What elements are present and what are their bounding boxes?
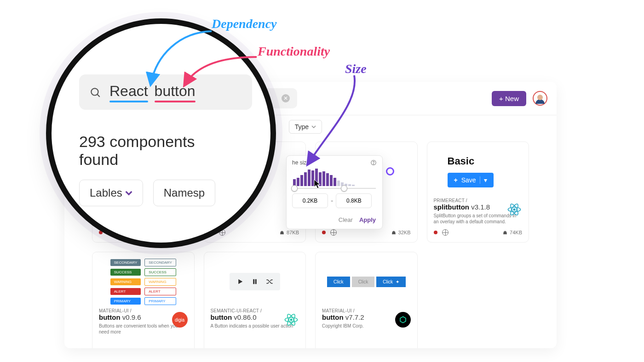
preview-click-button: Click ✦ bbox=[376, 277, 405, 287]
brand-badge bbox=[506, 202, 522, 217]
chevron-down-icon bbox=[125, 189, 132, 197]
svg-point-6 bbox=[513, 208, 515, 210]
annotation-functionality: Functionality bbox=[258, 44, 330, 59]
filter-labels[interactable]: Lables bbox=[79, 180, 143, 206]
svg-point-11 bbox=[91, 88, 98, 95]
preview-pill: ALERT bbox=[144, 288, 176, 295]
preview-click-button: Click bbox=[327, 277, 350, 287]
component-card[interactable]: SEMANTIC-UI-REACT / button v0.86.0 A But… bbox=[204, 252, 306, 348]
preview-ring-icon bbox=[386, 167, 394, 175]
preview-pill: SECONDARY bbox=[110, 259, 141, 266]
size-max-input[interactable] bbox=[336, 193, 372, 208]
play-icon bbox=[236, 277, 244, 286]
preview-pill: WARNING bbox=[144, 278, 176, 286]
card-meta: 74KB bbox=[434, 225, 523, 236]
preview-pill: PRIMARY bbox=[144, 297, 176, 305]
new-button[interactable]: + New bbox=[492, 91, 526, 106]
globe-icon bbox=[442, 229, 448, 236]
filter-labels-label: Lables bbox=[90, 187, 122, 199]
size-histogram bbox=[287, 170, 382, 188]
lens-filter-row: Lables Namesp bbox=[79, 180, 252, 206]
filter-namespace[interactable]: Namesp bbox=[153, 180, 215, 206]
clear-search-icon[interactable]: ✕ bbox=[282, 94, 290, 102]
react-atom-icon bbox=[283, 312, 299, 328]
globe-icon bbox=[330, 229, 337, 236]
size-clear-button[interactable]: Clear bbox=[339, 216, 353, 223]
preview-save-button: +Save▾ bbox=[448, 173, 494, 187]
shuffle-icon bbox=[265, 277, 274, 286]
pause-icon bbox=[251, 277, 259, 286]
size-badge: 87KB bbox=[279, 230, 299, 235]
size-apply-button[interactable]: Apply bbox=[359, 216, 376, 223]
annotation-size: Size bbox=[345, 62, 367, 76]
filter-namespace-label: Namesp bbox=[164, 187, 205, 199]
status-dot bbox=[434, 231, 437, 234]
weight-icon bbox=[279, 230, 285, 235]
arrow-size bbox=[294, 74, 368, 170]
svg-point-2 bbox=[374, 164, 374, 164]
preview-media-controls bbox=[230, 273, 280, 290]
size-handle-max[interactable] bbox=[341, 185, 347, 192]
preview-title: Basic bbox=[434, 155, 475, 167]
preview-pill: SUCCESS bbox=[110, 269, 141, 276]
status-dot bbox=[322, 231, 326, 234]
results-heading: 293 components found bbox=[79, 133, 217, 169]
search-icon bbox=[89, 86, 101, 98]
user-avatar[interactable] bbox=[533, 91, 547, 106]
size-range-track[interactable] bbox=[293, 188, 376, 189]
hex-icon bbox=[399, 316, 407, 324]
mouse-cursor bbox=[314, 179, 321, 191]
dash: - bbox=[331, 197, 333, 205]
size-min-input[interactable] bbox=[292, 193, 328, 208]
brand-badge bbox=[395, 312, 411, 328]
arrow-functionality bbox=[175, 54, 267, 96]
react-atom-icon bbox=[506, 202, 522, 217]
preview-click-button-disabled: Click bbox=[352, 277, 375, 287]
component-card[interactable]: Basic +Save▾ PRIMEREACT / splitbutton v3… bbox=[427, 141, 529, 243]
brand-badge bbox=[283, 312, 299, 328]
preview-pill: SECONDARY bbox=[144, 259, 176, 266]
help-icon[interactable] bbox=[370, 159, 377, 166]
weight-icon bbox=[502, 230, 508, 235]
preview-pill: ALERT bbox=[110, 288, 141, 295]
preview-pill: SUCCESS bbox=[144, 268, 176, 276]
preview-pill: PRIMARY bbox=[110, 298, 141, 305]
weight-icon bbox=[391, 230, 397, 235]
component-card[interactable]: SECONDARYSECONDARYSUCCESSSUCCESSWARNINGW… bbox=[92, 252, 195, 348]
size-badge: 32KB bbox=[391, 230, 411, 235]
size-handle-min[interactable] bbox=[291, 185, 298, 192]
svg-point-10 bbox=[290, 318, 292, 321]
annotation-dependency: Dependency bbox=[212, 17, 277, 31]
card-namespace: MATERIAL-UI / bbox=[322, 308, 411, 313]
size-badge: 74KB bbox=[502, 230, 522, 235]
component-card[interactable]: Click Click Click ✦ MATERIAL-UI / button… bbox=[315, 252, 418, 348]
brand-badge: digia bbox=[172, 312, 188, 328]
card-namespace: MATERIAL-UI / bbox=[99, 308, 188, 313]
preview-pill: WARNING bbox=[110, 278, 141, 285]
